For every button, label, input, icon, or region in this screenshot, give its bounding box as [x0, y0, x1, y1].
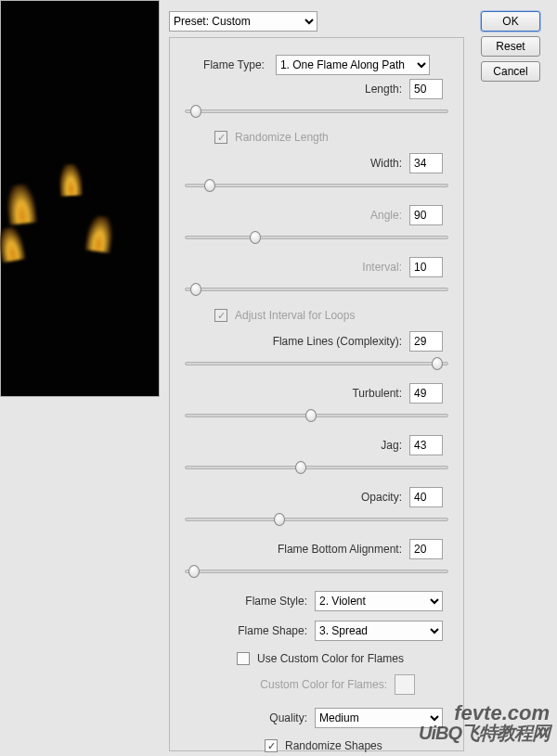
adjust-interval-checkbox: [214, 309, 227, 322]
preset-select[interactable]: Preset: Custom: [169, 11, 317, 32]
complexity-slider[interactable]: [183, 357, 450, 370]
interval-label: Interval:: [362, 261, 402, 274]
turbulent-slider[interactable]: [183, 409, 450, 422]
randomize-shapes-checkbox[interactable]: [265, 739, 278, 752]
turbulent-label: Turbulent:: [352, 387, 402, 400]
width-slider[interactable]: [183, 179, 450, 192]
length-slider[interactable]: [183, 105, 450, 118]
width-input[interactable]: [409, 153, 443, 173]
flame-style-label: Flame Style:: [245, 595, 307, 608]
ok-button[interactable]: OK: [481, 11, 540, 32]
angle-input: [409, 205, 443, 225]
quality-label: Quality:: [269, 711, 307, 724]
length-label: Length:: [365, 83, 402, 96]
interval-slider: [183, 283, 450, 296]
flame-shape-label: Flame Shape:: [238, 624, 307, 637]
flame-shape-select[interactable]: 3. Spread: [315, 621, 443, 641]
length-input[interactable]: [409, 79, 443, 99]
angle-label: Angle:: [370, 209, 402, 222]
flame-sprite: [6, 184, 37, 225]
quality-select[interactable]: Medium: [315, 708, 443, 728]
adjust-interval-label: Adjust Interval for Loops: [235, 309, 355, 322]
opacity-input[interactable]: [409, 487, 443, 507]
opacity-label: Opacity:: [361, 491, 402, 504]
bottom-align-input[interactable]: [409, 539, 443, 559]
complexity-input[interactable]: [409, 331, 443, 352]
randomize-length-checkbox: [214, 131, 227, 144]
custom-color-swatch: [395, 674, 415, 695]
jag-slider[interactable]: [183, 461, 450, 474]
angle-slider: [183, 231, 450, 244]
flame-sprite: [85, 215, 115, 253]
width-label: Width:: [370, 157, 402, 170]
jag-input[interactable]: [409, 435, 443, 455]
custom-color-label: Custom Color for Flames:: [260, 678, 387, 691]
flame-type-select[interactable]: 1. One Flame Along Path: [276, 55, 430, 75]
bottom-align-label: Flame Bottom Alignment:: [278, 543, 402, 556]
preview-canvas: [0, 0, 160, 397]
flame-type-label: Flame Type:: [203, 58, 265, 71]
interval-input: [409, 257, 443, 277]
complexity-label: Flame Lines (Complexity):: [273, 335, 402, 348]
bottom-align-slider[interactable]: [183, 565, 450, 578]
opacity-slider[interactable]: [183, 513, 450, 526]
flame-style-select[interactable]: 2. Violent: [315, 591, 443, 611]
randomize-length-label: Randomize Length: [235, 131, 329, 144]
flame-sprite: [58, 163, 83, 196]
randomize-shapes-label: Randomize Shapes: [285, 739, 382, 752]
flame-sprite: [0, 225, 25, 263]
custom-color-chk-label: Use Custom Color for Flames: [257, 652, 404, 665]
jag-label: Jag:: [381, 439, 402, 452]
turbulent-input[interactable]: [409, 383, 443, 404]
custom-color-checkbox[interactable]: [237, 652, 250, 665]
flame-panel: Flame Type: 1. One Flame Along Path Leng…: [169, 37, 464, 751]
cancel-button[interactable]: Cancel: [481, 61, 540, 82]
reset-button[interactable]: Reset: [481, 36, 540, 57]
